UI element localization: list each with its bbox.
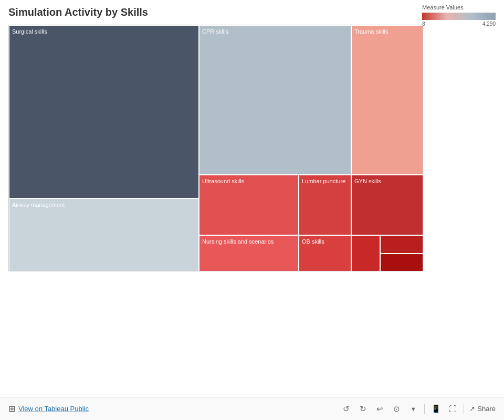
main-content: Simulation Activity by Skills Measure Va… (0, 0, 504, 397)
legend-bar (422, 13, 496, 20)
treemap-cell-cpr[interactable]: CPR skills (199, 25, 351, 175)
footer-divider-2 (464, 404, 464, 414)
treemap-cell-ob[interactable]: OB skills (299, 235, 351, 271)
treemap-cell-ob2[interactable] (351, 235, 380, 271)
footer-left: ⊞ View on Tableau Public (8, 404, 89, 414)
tableau-icon: ⊞ (8, 404, 15, 414)
share-label: Share (477, 405, 496, 413)
dropdown-button[interactable]: ▼ (407, 403, 419, 415)
legend-labels: 8 4,290 (422, 21, 496, 27)
treemap-cell-surgical[interactable]: Surgical skills (9, 25, 199, 198)
treemap-cell-lumbar[interactable]: Lumbar puncture (299, 175, 351, 235)
undo-button[interactable]: ↺ (340, 403, 352, 415)
app: Simulation Activity by Skills Measure Va… (0, 0, 504, 420)
treemap-cell-ob4[interactable] (380, 254, 423, 271)
device-button[interactable]: 📱 (430, 403, 442, 415)
tableau-link[interactable]: View on Tableau Public (18, 405, 89, 413)
treemap-container: Surgical skillsCPR skillsTrauma skillsAi… (8, 25, 423, 271)
footer: ⊞ View on Tableau Public ↺ ↻ ↩ ⊙ ▼ 📱 ⛶ ↗… (0, 397, 504, 420)
treemap-cell-gyn[interactable]: GYN skills (351, 175, 423, 235)
footer-right: ↺ ↻ ↩ ⊙ ▼ 📱 ⛶ ↗ Share (340, 403, 496, 415)
treemap-cell-trauma[interactable]: Trauma skills (351, 25, 423, 175)
redo-button[interactable]: ↻ (357, 403, 369, 415)
treemap-cell-ob3[interactable] (380, 235, 423, 254)
treemap-cell-nursing[interactable]: Nursing skills and scenarios (199, 235, 299, 271)
legend: Measure Values 8 4,290 (422, 4, 496, 27)
share-icon: ↗ (469, 405, 475, 413)
share-button[interactable]: ↗ Share (469, 405, 496, 413)
legend-title: Measure Values (422, 4, 464, 10)
treemap-cell-ultrasound[interactable]: Ultrasound skills (199, 175, 299, 235)
footer-divider (424, 404, 425, 414)
treemap-cell-airway[interactable]: Airway management (9, 198, 199, 271)
fullscreen-button[interactable]: ⛶ (447, 403, 458, 415)
back-button[interactable]: ↩ (374, 403, 385, 415)
reset-button[interactable]: ⊙ (391, 403, 402, 415)
legend-max: 4,290 (482, 21, 496, 27)
